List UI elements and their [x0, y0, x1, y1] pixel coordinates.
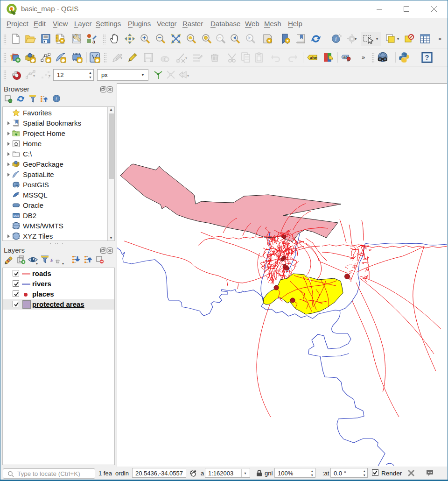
svg-text:ε: ε	[50, 256, 53, 263]
svg-text:1:1: 1:1	[217, 36, 222, 40]
svg-text:i: i	[335, 36, 336, 42]
svg-text:abc: abc	[310, 56, 317, 60]
svg-text:i: i	[56, 96, 57, 101]
svg-text:a: a	[92, 39, 96, 44]
svg-text:DB2: DB2	[14, 214, 20, 217]
svg-text:?: ?	[425, 53, 429, 61]
